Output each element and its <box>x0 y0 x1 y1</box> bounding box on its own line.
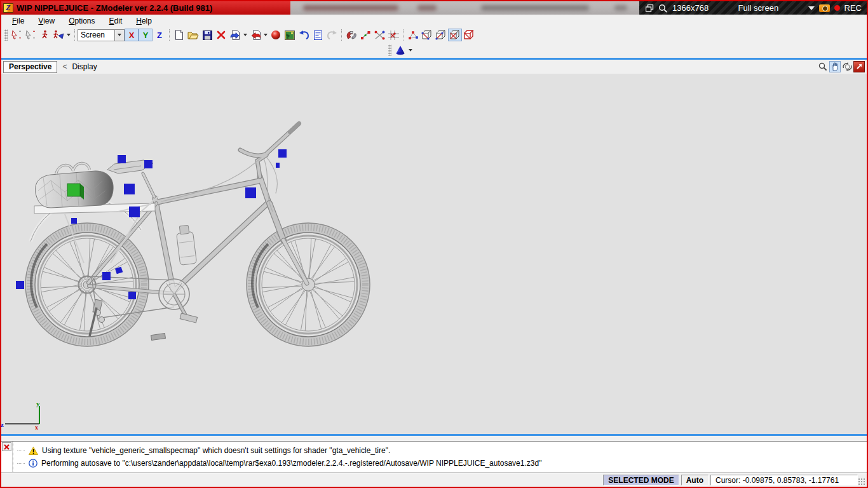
select-hidden-button[interactable] <box>24 29 37 41</box>
axis-indicator: y z x <box>1 401 58 433</box>
main-toolbar: Screen X Y Z <box>1 27 867 43</box>
axis-z-toggle[interactable]: Z <box>153 29 166 41</box>
app-logo-icon: Z <box>3 3 13 13</box>
pan-tool-button[interactable] <box>829 61 841 72</box>
maximize-viewport-button[interactable] <box>853 61 865 72</box>
info-icon <box>29 459 37 468</box>
material-editor-button[interactable] <box>269 29 283 41</box>
log-entry-info: Performing autosave to "c:\users\zander\… <box>17 457 867 470</box>
screen-recorder-overlay: 868x488 Full screen REC <box>639 1 867 15</box>
recorder-mode[interactable]: Full screen <box>738 3 779 13</box>
log-entry-warning: Using texture "vehicle_generic_smallspec… <box>17 444 867 457</box>
recorder-dropdown-icon[interactable] <box>808 6 815 10</box>
svg-text:x: x <box>35 424 38 431</box>
menu-options[interactable]: Options <box>62 15 102 27</box>
export-dropdown-icon[interactable] <box>264 34 268 36</box>
app-window: Z WIP NIPPLEJUICE - ZModeler ver 2.2.4 (… <box>0 0 868 488</box>
menu-view[interactable]: View <box>31 15 62 27</box>
bicycle-model[interactable] <box>1 93 611 372</box>
edges-mode-button[interactable] <box>420 29 434 41</box>
new-file-button[interactable] <box>172 29 186 41</box>
breadcrumb-back-arrow[interactable]: < <box>62 62 67 71</box>
menu-edit[interactable]: Edit <box>102 15 130 27</box>
warning-icon <box>29 447 38 455</box>
delete-button[interactable] <box>214 29 228 41</box>
snap-magnet-button[interactable] <box>344 29 358 41</box>
toolbar2-grip[interactable] <box>388 44 391 56</box>
objects-mode-button[interactable] <box>462 29 476 41</box>
snap-grid-button[interactable] <box>386 29 400 41</box>
zoom-tool-button[interactable] <box>817 61 829 72</box>
orbit-tool-button[interactable] <box>841 61 853 72</box>
censored-region <box>290 1 642 15</box>
redo-button[interactable] <box>325 29 339 41</box>
combo-dropdown-icon[interactable] <box>114 30 124 41</box>
window-title: WIP NIPPLEJUICE - ZModeler ver 2.2.4 (Bu… <box>17 3 212 13</box>
restore-window-icon[interactable] <box>646 4 654 12</box>
texture-browser-button[interactable] <box>283 29 297 41</box>
axis-x-toggle[interactable]: X <box>125 29 139 41</box>
recorder-resolution: 868x488 <box>672 3 709 13</box>
walk-mode-button[interactable] <box>37 29 51 41</box>
log-close-button[interactable] <box>2 442 11 451</box>
water-bottle[interactable] <box>175 225 196 266</box>
open-file-button[interactable] <box>186 29 200 41</box>
space-mode-combo[interactable]: Screen <box>78 29 125 41</box>
weld-vertices-button[interactable] <box>358 29 372 41</box>
secondary-toolbar <box>1 43 867 58</box>
selected-mode-badge: SELECTED MODE <box>603 475 679 485</box>
space-mode-value: Screen <box>78 30 114 39</box>
actor-tools-dropdown-icon[interactable] <box>67 34 71 36</box>
export-button[interactable] <box>248 29 262 41</box>
breadcrumb-display[interactable]: Display <box>72 62 97 71</box>
polygons-mode-button[interactable] <box>448 29 462 41</box>
script-log-button[interactable] <box>311 29 325 41</box>
menu-bar: File View Options Edit Help <box>1 15 867 27</box>
toolbar-grip[interactable] <box>4 29 8 41</box>
save-file-button[interactable] <box>200 29 214 41</box>
faces-mode-button[interactable] <box>434 29 448 41</box>
axis-y-toggle[interactable]: Y <box>139 29 153 41</box>
log-panel: Using texture "vehicle_generic_smallspec… <box>1 441 867 473</box>
import-dropdown-icon[interactable] <box>243 34 247 36</box>
menu-file[interactable]: File <box>5 15 31 27</box>
auto-mode-badge[interactable]: Auto <box>681 475 709 485</box>
cursor-coordinates: Cursor: -0.09875, 0.85783, -1.17761 <box>710 475 858 485</box>
rec-dot-icon <box>834 5 840 11</box>
import-button[interactable] <box>228 29 242 41</box>
select-visible-button[interactable] <box>10 29 24 41</box>
primitive-dropdown-icon[interactable] <box>409 49 412 51</box>
svg-text:z: z <box>1 421 4 428</box>
primitive-cone-button[interactable] <box>393 44 407 57</box>
screenshot-camera-icon[interactable] <box>819 4 830 12</box>
rear-wheel[interactable] <box>25 223 149 346</box>
actor-tools-button[interactable] <box>51 29 65 41</box>
resize-grip[interactable] <box>858 478 865 485</box>
svg-text:y: y <box>36 401 40 407</box>
menu-help[interactable]: Help <box>129 15 159 27</box>
break-vertices-button[interactable] <box>372 29 386 41</box>
title-bar: Z WIP NIPPLEJUICE - ZModeler ver 2.2.4 (… <box>1 1 867 15</box>
vertices-mode-button[interactable] <box>406 29 420 41</box>
3d-viewport[interactable]: y z x <box>1 74 867 434</box>
viewport-header: Perspective < Display <box>1 60 867 74</box>
undo-button[interactable] <box>297 29 311 41</box>
status-bar: SELECTED MODE Auto Cursor: -0.09875, 0.8… <box>1 473 867 487</box>
tab-perspective[interactable]: Perspective <box>3 61 57 73</box>
rec-label: REC <box>844 3 862 13</box>
zoom-recorder-icon[interactable] <box>658 4 668 13</box>
